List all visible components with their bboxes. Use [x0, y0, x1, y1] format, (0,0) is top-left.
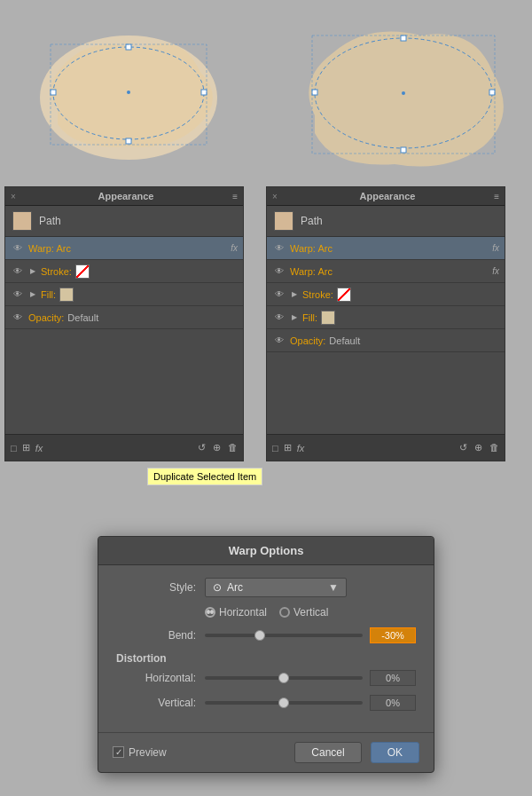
warp1-arc-label-right: Warp: Arc: [290, 243, 332, 254]
orientation-radio-group: Horizontal Vertical: [205, 606, 328, 619]
triangle-stroke[interactable]: ▶: [28, 267, 37, 276]
footer-reset-icon-right[interactable]: ↺: [459, 442, 467, 453]
opacity-label: Opacity:: [28, 312, 64, 323]
eye-icon-fill-right[interactable]: 👁: [272, 311, 286, 325]
panel-right-menu[interactable]: ≡: [494, 192, 499, 201]
panel-left-thumbnail: [12, 211, 32, 231]
svg-rect-4: [201, 90, 207, 95]
eye-icon-stroke-right[interactable]: 👁: [272, 288, 286, 302]
eye-icon-stroke[interactable]: 👁: [11, 264, 25, 279]
fill-swatch[interactable]: [59, 288, 74, 302]
footer-delete-icon-right[interactable]: 🗑: [489, 442, 499, 453]
dialog-body: Style: ⊙ Arc ▼ Horizontal: [98, 565, 434, 732]
svg-rect-5: [126, 138, 131, 144]
preview-checkbox[interactable]: ✓: [113, 746, 124, 758]
eye-icon-opacity[interactable]: 👁: [11, 311, 25, 325]
h-distortion-value[interactable]: 0%: [370, 670, 416, 686]
ok-button[interactable]: OK: [371, 742, 419, 763]
panel-left-path-label: Path: [39, 215, 61, 227]
eye-icon-warp[interactable]: 👁: [11, 241, 25, 256]
panel-left-close[interactable]: ×: [11, 192, 16, 201]
panel-left-warp-row[interactable]: 👁 Warp: Arc fx: [5, 237, 243, 260]
cancel-button[interactable]: Cancel: [294, 742, 361, 763]
v-distortion-value[interactable]: 0%: [370, 695, 416, 711]
bend-slider-container[interactable]: [205, 634, 363, 637]
vertical-radio[interactable]: [279, 607, 290, 618]
eye-icon-warp2-right[interactable]: 👁: [272, 264, 286, 279]
panel-left-fill-row[interactable]: 👁 ▶ Fill:: [5, 283, 243, 306]
warp-options-dialog: Warp Options Style: ⊙ Arc ▼: [98, 536, 434, 773]
panel-right-warp2-row[interactable]: 👁 Warp: Arc fx: [267, 260, 505, 283]
panel-right-stroke-row[interactable]: 👁 ▶ Stroke:: [267, 283, 505, 306]
eye-icon-warp1-right[interactable]: 👁: [272, 241, 286, 256]
panel-right-footer: □ ⊞ fx ↺ ⊕ 🗑: [267, 434, 505, 461]
panels-area: × Appearance ≡ Path 👁 Warp: Arc fx 👁 ▶ S…: [0, 177, 532, 470]
panel-right-header: × Appearance ≡: [267, 187, 505, 206]
fill-label: Fill:: [41, 289, 56, 300]
v-distortion-row: Vertical: 0%: [116, 695, 416, 711]
eye-icon-fill[interactable]: 👁: [11, 288, 25, 302]
v-distortion-slider-container[interactable]: [205, 701, 363, 705]
panel-right-thumbnail: [274, 211, 293, 231]
preview-checkbox-item[interactable]: ✓ Preview: [113, 746, 167, 759]
footer-reset-icon[interactable]: ↺: [198, 442, 206, 453]
bend-value[interactable]: -30%: [370, 627, 416, 643]
footer-duplicate-icon-right[interactable]: ⊕: [474, 442, 482, 453]
dialog-footer: ✓ Preview Cancel OK: [98, 732, 434, 772]
orientation-row: Horizontal Vertical: [116, 606, 416, 619]
triangle-fill-right[interactable]: ▶: [290, 313, 299, 322]
panel-right-path-label: Path: [301, 215, 323, 227]
footer-fx-icon-right[interactable]: fx: [297, 443, 305, 453]
preview-label: Preview: [129, 746, 167, 759]
illustration-left: [0, 0, 266, 177]
v-distortion-thumb[interactable]: [278, 697, 289, 708]
h-distortion-track[interactable]: [205, 676, 363, 680]
panel-left-stroke-row[interactable]: 👁 ▶ Stroke:: [5, 260, 243, 283]
panel-right-warp1-row[interactable]: 👁 Warp: Arc fx: [267, 237, 505, 260]
footer-layers-icon[interactable]: ⊞: [22, 442, 30, 453]
v-distortion-label: Vertical:: [116, 697, 196, 709]
footer-delete-icon[interactable]: 🗑: [228, 442, 238, 453]
illustration-area: [0, 0, 532, 177]
bend-slider-track[interactable]: [205, 634, 363, 637]
svg-rect-3: [126, 44, 131, 50]
appearance-panel-right: × Appearance ≡ Path 👁 Warp: Arc fx 👁 War…: [266, 186, 505, 461]
footer-layers-icon-right[interactable]: ⊞: [284, 442, 292, 453]
triangle-stroke-right[interactable]: ▶: [290, 290, 299, 299]
horizontal-radio[interactable]: [205, 607, 215, 618]
panel-left-title: Appearance: [98, 191, 154, 201]
triangle-fill[interactable]: ▶: [28, 290, 37, 299]
stroke-swatch[interactable]: [75, 264, 90, 279]
horizontal-radio-item[interactable]: Horizontal: [205, 606, 267, 619]
stroke-swatch-right[interactable]: [337, 288, 351, 302]
style-dropdown[interactable]: ⊙ Arc ▼: [205, 578, 347, 597]
panel-left-header: × Appearance ≡: [5, 187, 243, 206]
panel-right-opacity-row: 👁 Opacity: Default: [267, 329, 505, 352]
vertical-radio-label: Vertical: [293, 606, 328, 619]
stroke-swatch-red: [76, 265, 89, 278]
illustration-right: [266, 0, 532, 177]
panel-left-path-row: Path: [5, 206, 243, 237]
svg-point-14: [402, 91, 405, 95]
h-distortion-thumb[interactable]: [278, 673, 289, 683]
fill-swatch-right[interactable]: [321, 311, 335, 325]
vertical-radio-item[interactable]: Vertical: [279, 606, 328, 619]
footer-new-icon-right[interactable]: □: [272, 443, 278, 453]
dialog-overlay: Warp Options Style: ⊙ Arc ▼: [0, 512, 532, 796]
footer-fx-icon[interactable]: fx: [35, 443, 43, 453]
svg-rect-10: [401, 35, 406, 41]
eye-icon-opacity-right[interactable]: 👁: [272, 334, 286, 348]
style-dropdown-icon: ⊙: [213, 581, 222, 594]
panel-left-footer: □ ⊞ fx ↺ ⊕ 🗑: [5, 434, 243, 461]
panel-right-close[interactable]: ×: [272, 192, 278, 201]
v-distortion-track[interactable]: [205, 701, 363, 705]
footer-new-icon[interactable]: □: [11, 443, 17, 453]
style-label: Style:: [116, 581, 196, 594]
h-distortion-slider-container[interactable]: [205, 676, 363, 680]
left-illustration-svg: [22, 9, 244, 169]
warp-arc-label: Warp: Arc: [28, 243, 71, 254]
panel-right-fill-row[interactable]: 👁 ▶ Fill:: [267, 306, 505, 329]
footer-duplicate-icon[interactable]: ⊕: [213, 442, 221, 453]
panel-left-menu[interactable]: ≡: [232, 192, 238, 201]
bend-slider-thumb[interactable]: [254, 630, 265, 641]
